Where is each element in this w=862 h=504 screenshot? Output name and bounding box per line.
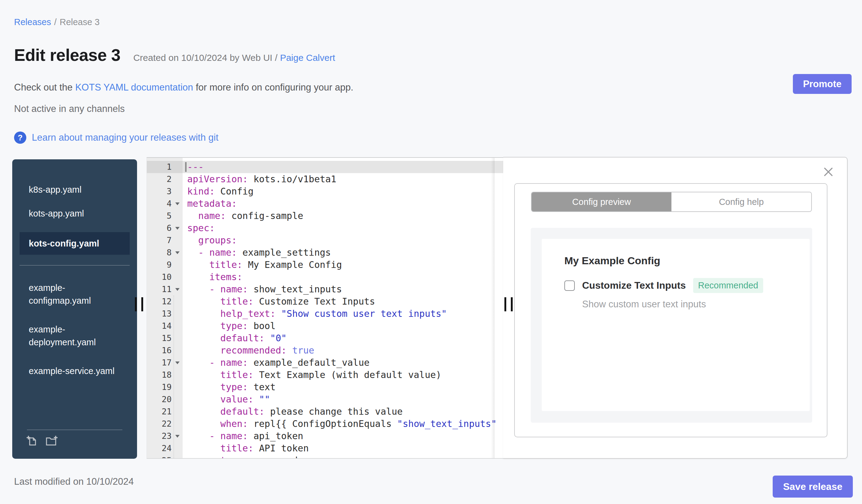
promote-button[interactable]: Promote: [793, 74, 852, 94]
created-text: Created on 10/10/2024 by Web UI / Paige …: [133, 53, 335, 63]
preview-content-card: My Example Config Customize Text Inputs …: [542, 239, 810, 411]
code-line[interactable]: - name: show_text_inputs: [183, 283, 503, 295]
line-number: 13: [147, 308, 183, 320]
code-line[interactable]: title: Text Example (with default value): [183, 369, 503, 381]
resize-bar: [505, 297, 506, 311]
code-line[interactable]: - name: api_token: [183, 430, 503, 442]
line-number: 5: [147, 210, 183, 222]
breadcrumb-current: Release 3: [60, 17, 100, 27]
breadcrumb-separator: /: [54, 17, 56, 27]
git-link-label[interactable]: Learn about managing your releases with …: [32, 132, 218, 143]
line-number: 16: [147, 344, 183, 357]
sidebar-file-kots-config.yaml[interactable]: kots-config.yaml: [19, 232, 130, 255]
line-number: 20: [147, 393, 183, 406]
pane-resize-handle-left[interactable]: [135, 297, 143, 311]
file-group-manifests: example-configmap.yamlexample-deployment…: [12, 281, 137, 377]
breadcrumb-releases-link[interactable]: Releases: [14, 17, 51, 27]
code-line[interactable]: when: repl{{ ConfigOptionEquals "show_te…: [183, 418, 503, 430]
file-group-app: k8s-app.yamlkots-app.yamlkots-config.yam…: [12, 184, 137, 255]
preview-background: My Example Config Customize Text Inputs …: [531, 228, 812, 423]
fold-arrow-icon[interactable]: [175, 435, 180, 438]
fold-arrow-icon[interactable]: [175, 251, 180, 254]
docs-line: Check out the KOTS YAML documentation fo…: [14, 82, 353, 93]
last-modified-text: Last modified on 10/10/2024: [14, 476, 134, 487]
sidebar-file-k8s-app.yaml[interactable]: k8s-app.yaml: [12, 184, 132, 195]
close-icon[interactable]: [823, 167, 834, 177]
resize-bar: [511, 297, 513, 311]
code-line[interactable]: ---: [183, 161, 503, 173]
add-folder-icon[interactable]: [45, 435, 58, 448]
code-line[interactable]: metadata:: [183, 198, 503, 210]
header-row: Edit release 3 Created on 10/10/2024 by …: [14, 45, 335, 65]
code-line[interactable]: type: text: [183, 381, 503, 393]
line-number: 15: [147, 332, 183, 344]
git-help-link[interactable]: ? Learn about managing your releases wit…: [14, 132, 218, 144]
line-number: 1: [147, 161, 183, 173]
pane-resize-handle-right[interactable]: [505, 297, 513, 311]
line-number: 22: [147, 418, 183, 430]
code-line[interactable]: name: config-sample: [183, 210, 503, 222]
fold-arrow-icon[interactable]: [175, 227, 180, 230]
editor-gutter: 1234567891011121314151617181920212223242…: [147, 158, 183, 458]
editor-edge-shadow: [491, 158, 495, 458]
line-number: 19: [147, 381, 183, 393]
customize-text-inputs-checkbox[interactable]: [564, 280, 575, 291]
code-line[interactable]: default: please change this value: [183, 406, 503, 418]
config-group-title: My Example Config: [564, 255, 661, 267]
kots-docs-link[interactable]: KOTS YAML documentation: [75, 82, 193, 93]
code-line[interactable]: value: "": [183, 393, 503, 406]
code-line[interactable]: apiVersion: kots.io/v1beta1: [183, 173, 503, 185]
line-number: 9: [147, 259, 183, 271]
code-line[interactable]: title: My Example Config: [183, 259, 503, 271]
line-number: 10: [147, 271, 183, 283]
line-number: 11: [147, 283, 183, 295]
add-file-icon[interactable]: [26, 435, 38, 448]
docs-prefix: Check out the: [14, 82, 75, 93]
author-link[interactable]: Paige Calvert: [280, 53, 335, 63]
page-title: Edit release 3: [14, 45, 120, 65]
sidebar-file-kots-app.yaml[interactable]: kots-app.yaml: [12, 208, 132, 219]
code-line[interactable]: - name: example_settings: [183, 247, 503, 259]
yaml-code-editor[interactable]: 1234567891011121314151617181920212223242…: [146, 157, 503, 459]
line-number: 8: [147, 247, 183, 259]
docs-suffix: for more info on configuring your app.: [193, 82, 353, 93]
code-line[interactable]: items:: [183, 271, 503, 283]
code-line[interactable]: kind: Config: [183, 185, 503, 198]
edit-release-page: Releases/Release 3 Edit release 3 Create…: [0, 0, 862, 504]
recommended-badge: Recommended: [693, 278, 763, 293]
code-line[interactable]: default: "0": [183, 332, 503, 344]
code-line[interactable]: - name: example_default_value: [183, 357, 503, 369]
config-preview-panel: Config previewConfig help My Example Con…: [503, 157, 848, 459]
tab-config-preview[interactable]: Config preview: [532, 193, 671, 211]
line-number: 18: [147, 369, 183, 381]
line-number: 17: [147, 357, 183, 369]
save-release-button[interactable]: Save release: [773, 476, 853, 498]
sidebar-file-example-deployment.yaml[interactable]: example-deployment.yaml: [12, 323, 132, 349]
code-line[interactable]: type: bool: [183, 320, 503, 332]
editor-code-area[interactable]: ---apiVersion: kots.io/v1beta1kind: Conf…: [183, 158, 503, 458]
sidebar-file-example-configmap.yaml[interactable]: example-configmap.yaml: [12, 281, 132, 307]
line-number: 3: [147, 185, 183, 198]
line-number: 12: [147, 295, 183, 308]
line-number: 25: [147, 454, 183, 459]
sidebar-file-example-service.yaml[interactable]: example-service.yaml: [12, 364, 132, 377]
tab-config-help[interactable]: Config help: [671, 193, 811, 211]
config-item-label: Customize Text Inputs: [582, 280, 686, 291]
indent-guide: [173, 295, 174, 458]
fold-arrow-icon[interactable]: [175, 288, 180, 291]
fold-arrow-icon[interactable]: [175, 202, 180, 205]
code-line[interactable]: groups:: [183, 234, 503, 247]
code-line[interactable]: spec:: [183, 222, 503, 234]
code-line[interactable]: recommended: true: [183, 344, 503, 357]
code-line[interactable]: title: Customize Text Inputs: [183, 295, 503, 308]
code-line[interactable]: help_text: "Show custom user text inputs…: [183, 308, 503, 320]
question-mark-icon[interactable]: ?: [14, 132, 26, 144]
file-tree-sidebar: k8s-app.yamlkots-app.yamlkots-config.yam…: [12, 159, 137, 459]
breadcrumb: Releases/Release 3: [14, 17, 100, 27]
fold-arrow-icon[interactable]: [175, 361, 180, 364]
code-line[interactable]: type: password: [183, 454, 503, 459]
code-line[interactable]: title: API token: [183, 442, 503, 454]
line-number: 7: [147, 234, 183, 247]
sidebar-divider: [19, 265, 130, 265]
config-item-row: Customize Text Inputs Recommended: [564, 278, 763, 293]
